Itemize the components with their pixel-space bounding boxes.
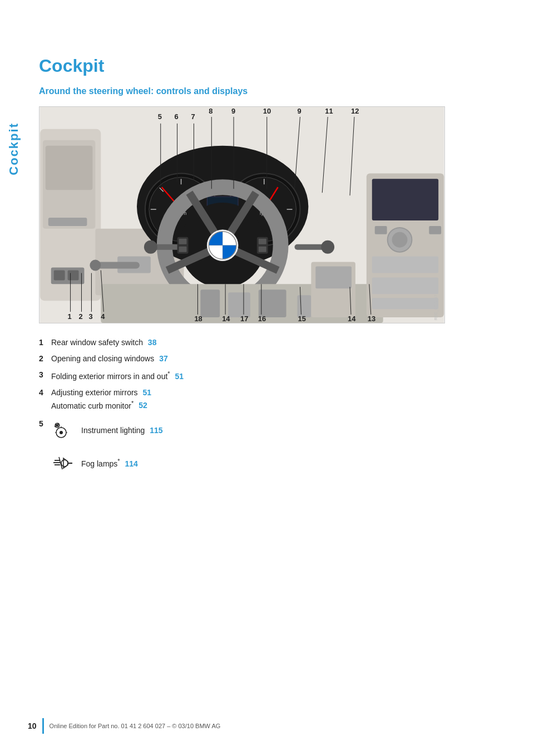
section-subtitle: Around the steering wheel: controls and … — [39, 86, 501, 96]
svg-text:14: 14 — [222, 315, 230, 323]
item-5-instrument-label: Instrument lighting 115 — [81, 426, 163, 435]
svg-text:1: 1 — [68, 312, 72, 321]
svg-text:3: 3 — [88, 312, 92, 321]
svg-rect-71 — [372, 298, 438, 309]
list-item: 2 Opening and closing windows 37 — [39, 353, 501, 365]
svg-text:14: 14 — [348, 315, 356, 323]
svg-rect-59 — [259, 289, 286, 317]
svg-rect-4 — [48, 218, 87, 226]
svg-text:7: 7 — [191, 112, 195, 121]
item-number-2: 2 — [39, 353, 51, 365]
item-text-4: Adjusting exterior mirrors 51 Automatic … — [51, 387, 501, 412]
svg-text:10: 10 — [263, 107, 271, 115]
instrument-lighting-icon — [51, 419, 76, 441]
svg-rect-62 — [315, 267, 352, 289]
svg-text:12: 12 — [351, 107, 359, 115]
svg-rect-68 — [429, 226, 441, 234]
item-5-content: Instrument lighting 115 — [51, 419, 163, 474]
svg-rect-54 — [259, 239, 266, 244]
item-page-link-3[interactable]: 51 — [175, 372, 184, 381]
svg-rect-55 — [259, 247, 266, 252]
svg-text:17: 17 — [240, 315, 248, 323]
svg-point-47 — [144, 240, 157, 254]
item-text-3: Folding exterior mirrors in and out* 51 — [51, 369, 501, 382]
item-5-line-1: Instrument lighting 115 — [51, 419, 163, 441]
svg-text:11: 11 — [325, 107, 333, 115]
item-number-1: 1 — [39, 337, 51, 348]
item-number-3: 3 — [39, 369, 51, 381]
item-5-line-2: Fog lamps* 114 — [51, 451, 163, 474]
svg-text:9: 9 — [297, 107, 301, 115]
svg-rect-10 — [95, 262, 140, 269]
item-page-link-4[interactable]: 51 — [143, 388, 152, 397]
svg-rect-58 — [228, 292, 250, 317]
svg-text:2: 2 — [79, 312, 83, 321]
svg-rect-57 — [200, 289, 220, 317]
svg-text:REC_0100037: REC_0100037 — [434, 294, 438, 320]
item-5-foglamps-label: Fog lamps* 114 — [81, 458, 138, 468]
item-number-4: 4 — [39, 387, 51, 399]
fog-lamps-icon — [51, 451, 76, 474]
cockpit-diagram: km/h rpm 0 km — [39, 106, 445, 323]
svg-rect-7 — [68, 270, 79, 280]
item-page-link-5a[interactable]: 115 — [150, 426, 162, 435]
svg-rect-70 — [372, 277, 438, 294]
svg-rect-67 — [375, 226, 387, 234]
svg-text:18: 18 — [194, 315, 202, 323]
main-content: Cockpit Around the steering wheel: contr… — [28, 0, 534, 756]
svg-text:13: 13 — [368, 315, 375, 323]
list-item: 3 Folding exterior mirrors in and out* 5… — [39, 369, 501, 382]
item-number-5: 5 — [39, 419, 51, 428]
item-text-2: Opening and closing windows 37 — [51, 353, 501, 365]
svg-point-131 — [61, 460, 68, 467]
footer-copyright: Online Edition for Part no. 01 41 2 604 … — [50, 723, 221, 729]
svg-point-11 — [90, 260, 101, 271]
list-item: 4 Adjusting exterior mirrors 51 Automati… — [39, 387, 501, 412]
cockpit-svg-image: km/h rpm 0 km — [39, 107, 444, 323]
item-page-link-4b[interactable]: 52 — [139, 401, 147, 410]
item-text-1: Rear window safety switch 38 — [51, 337, 501, 348]
svg-text:6: 6 — [175, 112, 179, 121]
svg-rect-69 — [372, 257, 438, 273]
svg-text:9: 9 — [231, 107, 235, 115]
svg-point-66 — [392, 232, 408, 248]
svg-text:4: 4 — [101, 312, 105, 321]
svg-rect-64 — [372, 179, 438, 220]
page-container: Cockpit Cockpit Around the steering whee… — [0, 0, 534, 756]
svg-text:5: 5 — [158, 112, 162, 121]
page-number: 10 — [28, 721, 37, 730]
page-title: Cockpit — [39, 56, 501, 76]
svg-rect-6 — [54, 270, 65, 280]
svg-point-49 — [321, 240, 334, 254]
footer-divider — [42, 718, 44, 734]
svg-rect-51 — [179, 239, 187, 244]
svg-rect-52 — [179, 247, 187, 252]
svg-line-130 — [59, 457, 62, 469]
svg-rect-48 — [295, 244, 325, 250]
item-page-link-1[interactable]: 38 — [148, 338, 157, 347]
svg-text:15: 15 — [298, 315, 305, 323]
svg-rect-3 — [46, 146, 93, 190]
footer: 10 Online Edition for Part no. 01 41 2 6… — [28, 718, 501, 734]
sidebar-label: Cockpit — [7, 122, 21, 175]
svg-point-114 — [60, 431, 63, 434]
svg-text:16: 16 — [258, 315, 266, 323]
svg-text:8: 8 — [209, 107, 212, 115]
item-page-link-5b[interactable]: 114 — [125, 459, 138, 468]
item-list: 1 Rear window safety switch 38 2 Opening… — [39, 337, 501, 474]
list-item: 1 Rear window safety switch 38 — [39, 337, 501, 348]
item-page-link-2[interactable]: 37 — [159, 354, 168, 363]
sidebar: Cockpit — [0, 0, 28, 756]
list-item-5: 5 — [39, 419, 501, 474]
